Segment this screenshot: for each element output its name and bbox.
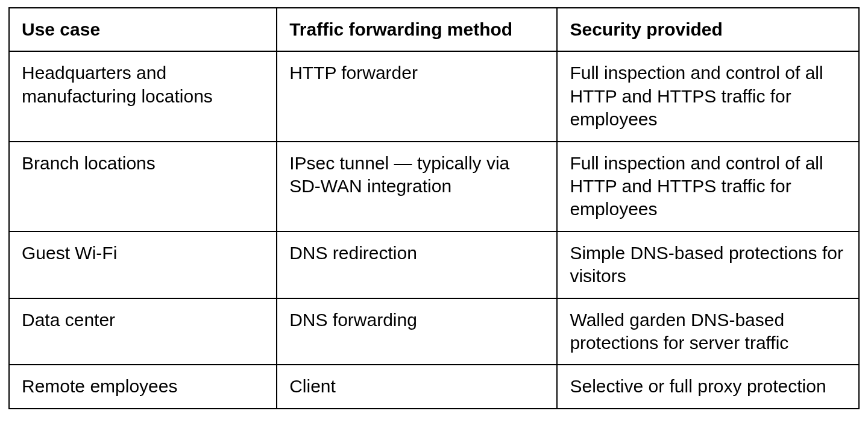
cell-use-case: Branch locations [9,142,277,231]
cell-use-case: Guest Wi-Fi [9,231,277,298]
table-row: Guest Wi-Fi DNS redirection Simple DNS-b… [9,231,859,298]
cell-security: Selective or full proxy protection [557,365,859,408]
cell-method: IPsec tunnel — typically via SD-WAN inte… [277,142,557,231]
table-row: Headquarters and manufacturing locations… [9,51,859,141]
cell-method: Client [277,365,557,408]
cell-method: DNS forwarding [277,298,557,365]
cell-method: HTTP forwarder [277,51,557,141]
use-case-table: Use case Traffic forwarding method Secur… [8,7,860,409]
table-row: Remote employees Client Selective or ful… [9,365,859,408]
cell-security: Full inspection and control of all HTTP … [557,51,859,141]
cell-method: DNS redirection [277,231,557,298]
cell-security: Full inspection and control of all HTTP … [557,142,859,231]
cell-use-case: Headquarters and manufacturing locations [9,51,277,141]
cell-use-case: Remote employees [9,365,277,408]
table-row: Data center DNS forwarding Walled garden… [9,298,859,365]
header-use-case: Use case [9,8,277,51]
cell-use-case: Data center [9,298,277,365]
header-method: Traffic forwarding method [277,8,557,51]
cell-security: Walled garden DNS-based protections for … [557,298,859,365]
cell-security: Simple DNS-based protections for visitor… [557,231,859,298]
table-header-row: Use case Traffic forwarding method Secur… [9,8,859,51]
table-row: Branch locations IPsec tunnel — typicall… [9,142,859,231]
header-security: Security provided [557,8,859,51]
